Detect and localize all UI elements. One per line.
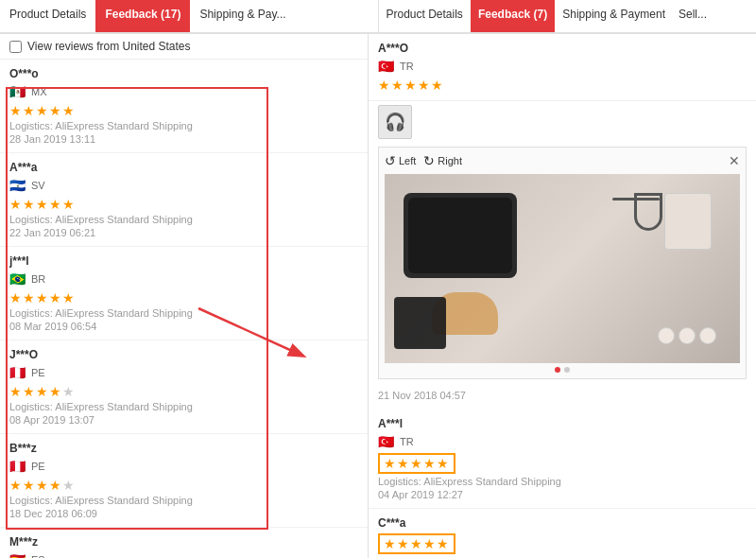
review-item-right-2: C***a ★★★★★ (369, 509, 756, 558)
nav-dot[interactable] (564, 367, 570, 373)
logistics-info: Logistics: AliExpress Standard Shipping (9, 307, 358, 319)
tab-feedback-left[interactable]: Feedback (17) (95, 0, 190, 32)
tab-sell-right[interactable]: Sell... (673, 0, 713, 32)
review-date: 04 Apr 2019 12:27 (378, 489, 747, 500)
flag-icon: 🇸🇻 (9, 178, 26, 193)
flag-icon: 🇵🇪 (9, 365, 26, 380)
star-rating-outlined: ★★★★★ (378, 453, 455, 474)
review-date: 22 Jan 2019 06:21 (9, 227, 358, 238)
star-rating: ★★★★★ (9, 197, 358, 212)
review-date: 08 Mar 2019 06:54 (9, 321, 358, 332)
star-rating: ★★★★★ (9, 478, 358, 493)
country-code: BR (31, 273, 45, 285)
logistics-info: Logistics: AliExpress Standard Shipping (9, 495, 358, 506)
review-item-left-0: O***o 🇲🇽 MX ★★★★★ Logistics: AliExpress … (0, 60, 368, 153)
tab-product-details-right[interactable]: Product Details (379, 0, 471, 32)
review-item-left-2: j***l 🇧🇷 BR ★★★★★ Logistics: AliExpress … (0, 247, 368, 340)
reviewer-name: B***z (9, 442, 37, 455)
country-code: PE (31, 367, 45, 378)
review-thumb[interactable]: 🎧 (378, 105, 412, 139)
star-rating-outlined-2: ★★★★★ (378, 533, 455, 554)
nav-dot[interactable] (555, 367, 560, 373)
country-code: MX (31, 86, 47, 97)
tab-shipping-right[interactable]: Shipping & Payment (555, 0, 673, 32)
logistics-info: Logistics: AliExpress Standard Shipping (378, 476, 747, 487)
reviewer-name: O***o (9, 67, 39, 80)
country-code: TR (400, 436, 414, 447)
star-rating: ★★★★★ (9, 290, 358, 305)
flag-icon: 🇲🇽 (9, 84, 26, 99)
close-icon[interactable]: ✕ (729, 153, 740, 168)
reviewer-name: A***l (378, 417, 403, 430)
star-rating: ★★★★★ (9, 384, 358, 399)
star-rating: ★★★★★ (378, 78, 747, 93)
reviewer-name: j***l (9, 254, 29, 268)
product-image (385, 174, 740, 363)
image-viewer: ↺ Left ↻ Right ✕ (378, 147, 747, 379)
country-code: SV (31, 180, 45, 191)
tab-shipping-left[interactable]: Shipping & Pay... (190, 0, 295, 32)
review-item-left-5: M***z 🇪🇸 ES ★★★★★ Logistics: AliExpress … (0, 528, 368, 558)
review-item-right-1: A***l 🇹🇷 TR ★★★★★ Logistics: AliExpress … (369, 410, 756, 509)
left-ctrl-btn[interactable]: ↺ Left (385, 153, 416, 168)
tab-feedback-right[interactable]: Feedback (7) (471, 0, 555, 32)
flag-icon: 🇵🇪 (9, 459, 26, 474)
review-date: 18 Dec 2018 06:09 (9, 508, 358, 519)
review-item-left-4: B***z 🇵🇪 PE ★★★★★ Logistics: AliExpress … (0, 434, 368, 528)
reviewer-name: J***O (9, 348, 38, 361)
right-ctrl-btn[interactable]: ↻ Right (423, 153, 462, 168)
flag-icon: 🇹🇷 (378, 59, 394, 74)
filter-row: View reviews from United States (0, 34, 368, 60)
us-reviews-checkbox[interactable] (9, 41, 22, 53)
review-date: 08 Apr 2019 13:07 (9, 414, 358, 426)
logistics-info: Logistics: AliExpress Standard Shipping (9, 401, 358, 412)
flag-icon: 🇹🇷 (378, 434, 394, 449)
filter-label: View reviews from United States (27, 40, 191, 53)
star-rating: ★★★★★ (9, 103, 358, 118)
country-code: TR (400, 61, 414, 72)
review-item-right-0: A***O 🇹🇷 TR ★★★★★ (369, 34, 756, 101)
review-date-right-0: 21 Nov 2018 04:57 (369, 387, 756, 410)
review-thumbs: 🎧 (378, 105, 747, 139)
country-code: ES (31, 554, 45, 558)
reviewer-name: A***a (9, 161, 37, 174)
logistics-info: Logistics: AliExpress Standard Shipping (9, 120, 358, 131)
flag-icon: 🇧🇷 (9, 271, 26, 287)
review-date: 28 Jan 2019 13:11 (9, 133, 358, 145)
tab-product-details-left[interactable]: Product Details (0, 0, 95, 32)
flag-icon: 🇪🇸 (9, 552, 26, 558)
country-code: PE (31, 461, 45, 472)
logistics-info: Logistics: AliExpress Standard Shipping (9, 214, 358, 225)
reviewer-name: A***O (378, 42, 408, 55)
reviewer-name: M***z (9, 535, 38, 549)
review-item-left-1: A***a 🇸🇻 SV ★★★★★ Logistics: AliExpress … (0, 153, 368, 247)
reviewer-name: C***a (378, 516, 405, 530)
review-item-left-3: J***O 🇵🇪 PE ★★★★★ Logistics: AliExpress … (0, 340, 368, 434)
